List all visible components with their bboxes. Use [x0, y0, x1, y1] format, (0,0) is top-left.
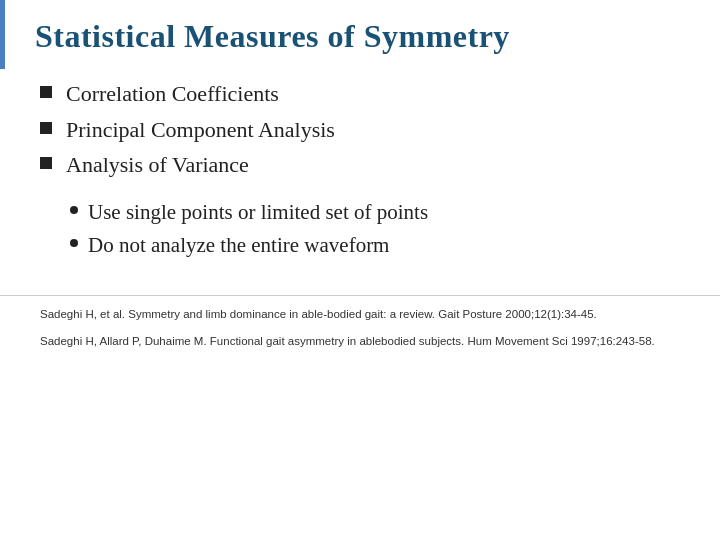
- list-item: Analysis of Variance: [40, 150, 680, 180]
- list-item: Principal Component Analysis: [40, 115, 680, 145]
- sub-bullet-dot-icon: [70, 239, 78, 247]
- title-bar: Statistical Measures of Symmetry: [0, 0, 720, 69]
- reference-1: Sadeghi H, et al. Symmetry and limb domi…: [40, 306, 680, 323]
- slide: Statistical Measures of Symmetry Correla…: [0, 0, 720, 540]
- bullet-text-2: Principal Component Analysis: [66, 115, 335, 145]
- references-section: Sadeghi H, et al. Symmetry and limb domi…: [0, 295, 720, 351]
- list-item: Correlation Coefficients: [40, 79, 680, 109]
- sub-bullet-dot-icon: [70, 206, 78, 214]
- sub-bullet-text-1: Use single points or limited set of poin…: [88, 198, 428, 227]
- main-bullet-list: Correlation Coefficients Principal Compo…: [40, 79, 680, 180]
- bullet-text-1: Correlation Coefficients: [66, 79, 279, 109]
- list-item: Use single points or limited set of poin…: [70, 198, 680, 227]
- bullet-square-icon: [40, 86, 52, 98]
- content-area: Correlation Coefficients Principal Compo…: [0, 69, 720, 287]
- slide-title: Statistical Measures of Symmetry: [35, 18, 510, 54]
- bullet-text-3: Analysis of Variance: [66, 150, 249, 180]
- reference-2: Sadeghi H, Allard P, Duhaime M. Function…: [40, 333, 680, 350]
- bullet-square-icon: [40, 157, 52, 169]
- sub-bullet-text-2: Do not analyze the entire waveform: [88, 231, 389, 260]
- bullet-square-icon: [40, 122, 52, 134]
- list-item: Do not analyze the entire waveform: [70, 231, 680, 260]
- sub-bullet-list: Use single points or limited set of poin…: [70, 198, 680, 261]
